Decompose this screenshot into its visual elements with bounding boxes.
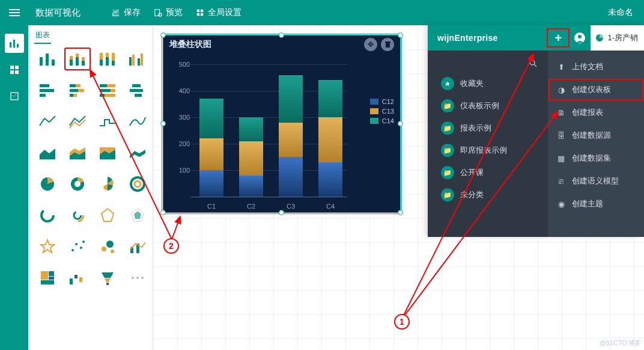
nav-label: 仪表板示例 bbox=[460, 100, 499, 111]
chart-type-smooth-line[interactable] bbox=[124, 110, 151, 133]
chart-type-pie[interactable] bbox=[34, 173, 61, 195]
svg-rect-73 bbox=[41, 271, 48, 280]
user-avatar-button[interactable] bbox=[569, 32, 591, 44]
chart-type-scatter[interactable] bbox=[64, 235, 91, 258]
chart-type-donut[interactable] bbox=[64, 173, 91, 195]
create-button[interactable]: + bbox=[547, 29, 569, 47]
svg-point-69 bbox=[106, 241, 114, 248]
overlay-nav-uncategorized[interactable]: 📁未分类 bbox=[436, 184, 543, 206]
chart-type-multi-line[interactable] bbox=[64, 110, 91, 133]
save-button[interactable]: 保存 bbox=[112, 7, 141, 18]
y-tick: 300 bbox=[169, 114, 190, 121]
search-icon bbox=[529, 59, 537, 67]
chart-type-range-bar[interactable] bbox=[124, 79, 151, 102]
nav-label: 报表示例 bbox=[460, 123, 491, 134]
chart-type-step-line[interactable] bbox=[94, 110, 121, 133]
rail-layout[interactable] bbox=[5, 60, 24, 79]
menu-create-report[interactable]: 🗎创建报表 bbox=[548, 101, 644, 124]
document-name[interactable]: 未命名 bbox=[608, 7, 644, 18]
chart-type-radial[interactable] bbox=[64, 204, 91, 227]
menu-create-datasource[interactable]: 🗄创建数据源 bbox=[548, 124, 644, 147]
save-label: 保存 bbox=[124, 7, 141, 18]
overlay-create-menu: ⬆上传文档 ◑创建仪表板 🗎创建报表 🗄创建数据源 ▦创建数据集 ⎚创建语义模型… bbox=[548, 51, 644, 237]
chart-type-rose[interactable] bbox=[94, 173, 121, 195]
global-settings-button[interactable]: 全局设置 bbox=[196, 7, 242, 18]
svg-point-59 bbox=[74, 212, 81, 219]
svg-rect-28 bbox=[112, 61, 115, 66]
overlay-search[interactable] bbox=[436, 59, 543, 72]
chart-type-area[interactable] bbox=[34, 141, 61, 164]
trash-icon bbox=[384, 41, 391, 48]
svg-rect-32 bbox=[141, 54, 143, 66]
chart-type-funnel[interactable] bbox=[94, 266, 121, 289]
chart-gallery bbox=[34, 48, 151, 289]
svg-rect-33 bbox=[40, 84, 49, 87]
svg-rect-49 bbox=[130, 89, 143, 92]
rail-charts[interactable] bbox=[5, 34, 24, 53]
chart-type-range-area[interactable] bbox=[124, 141, 151, 164]
theme-icon: ◉ bbox=[556, 200, 566, 209]
chart-type-gauge[interactable] bbox=[34, 204, 61, 227]
chart-type-sunburst[interactable] bbox=[124, 173, 151, 195]
chart-type-percent-column[interactable] bbox=[94, 48, 121, 70]
chart-type-treemap[interactable] bbox=[34, 266, 61, 289]
svg-line-95 bbox=[534, 64, 536, 67]
menu-create-dashboard[interactable]: ◑创建仪表板 bbox=[548, 78, 644, 101]
svg-rect-17 bbox=[70, 60, 73, 66]
overlay-nav-reports[interactable]: 📁报表示例 bbox=[436, 117, 543, 139]
chart-type-stacked-bar[interactable] bbox=[64, 79, 91, 102]
menu-toggle[interactable] bbox=[0, 7, 28, 18]
overlay-nav-dashboards[interactable]: 📁仪表板示例 bbox=[436, 95, 543, 117]
overlay-topbar: wijnEnterprise + 1-房产销 bbox=[428, 25, 644, 51]
chart-type-stacked-area[interactable] bbox=[64, 141, 91, 164]
chart-type-percent-bar[interactable] bbox=[94, 79, 121, 102]
chart-type-star[interactable] bbox=[34, 235, 61, 258]
bar-seg-c14 bbox=[199, 99, 223, 138]
chart-widget[interactable]: 堆叠柱状图 ✥ 500 400 300 200 100 bbox=[163, 35, 401, 213]
menu-label: 创建数据集 bbox=[572, 153, 611, 164]
y-tick: 100 bbox=[169, 167, 190, 174]
widget-delete-button[interactable] bbox=[381, 38, 394, 51]
svg-rect-22 bbox=[82, 57, 85, 61]
chart-type-bar[interactable] bbox=[34, 79, 61, 102]
menu-upload-doc[interactable]: ⬆上传文档 bbox=[548, 55, 644, 78]
chart-type-more[interactable] bbox=[124, 266, 151, 289]
chart-type-bubble[interactable] bbox=[94, 235, 121, 258]
menu-create-dataset[interactable]: ▦创建数据集 bbox=[548, 147, 644, 170]
chart-type-column[interactable] bbox=[34, 48, 61, 70]
svg-rect-34 bbox=[40, 89, 54, 92]
chart-type-waterfall[interactable] bbox=[64, 266, 91, 289]
nav-label: 未分类 bbox=[460, 189, 484, 200]
chart-type-line[interactable] bbox=[34, 110, 61, 133]
chart-type-stacked-column[interactable] bbox=[64, 48, 91, 70]
menu-create-theme[interactable]: ◉创建主题 bbox=[548, 192, 644, 215]
preview-button[interactable]: 预览 bbox=[154, 7, 183, 18]
menu-create-semanticmodel[interactable]: ⎚创建语义模型 bbox=[548, 170, 644, 192]
svg-point-83 bbox=[132, 277, 134, 279]
overlay-nav-courses[interactable]: 📁公开课 bbox=[436, 162, 543, 183]
folder-icon: 📁 bbox=[441, 99, 454, 112]
svg-marker-80 bbox=[102, 272, 114, 278]
svg-rect-40 bbox=[70, 94, 73, 97]
overlay-nav-adhoc[interactable]: 📁即席报表示例 bbox=[436, 140, 543, 161]
widget-expand-button[interactable]: ✥ bbox=[364, 38, 377, 51]
bar-chart-icon bbox=[9, 38, 20, 48]
svg-rect-39 bbox=[78, 89, 84, 92]
chart-type-grouped-column[interactable] bbox=[124, 48, 151, 70]
menu-label: 创建仪表板 bbox=[572, 84, 611, 95]
svg-rect-36 bbox=[70, 84, 76, 87]
svg-point-94 bbox=[530, 60, 535, 65]
y-tick: 500 bbox=[169, 61, 190, 68]
overlay-left-column: ★收藏夹 📁仪表板示例 📁报表示例 📁即席报表示例 📁公开课 📁未分类 bbox=[428, 51, 548, 237]
overlay-nav-favorites[interactable]: ★收藏夹 bbox=[436, 73, 543, 94]
chart-type-radar[interactable] bbox=[124, 204, 151, 227]
overlay-brand: wijnEnterprise bbox=[428, 33, 498, 43]
overlay-open-tab[interactable]: 1-房产销 bbox=[591, 25, 644, 51]
chart-type-polygon[interactable] bbox=[94, 204, 121, 227]
chart-type-combo[interactable] bbox=[124, 235, 151, 258]
chart-type-percent-area[interactable] bbox=[94, 141, 121, 164]
menu-label: 创建数据源 bbox=[572, 130, 611, 141]
rail-form[interactable] bbox=[5, 87, 24, 106]
gallery-tab[interactable]: 图表 bbox=[34, 29, 51, 44]
svg-point-54 bbox=[74, 181, 80, 187]
